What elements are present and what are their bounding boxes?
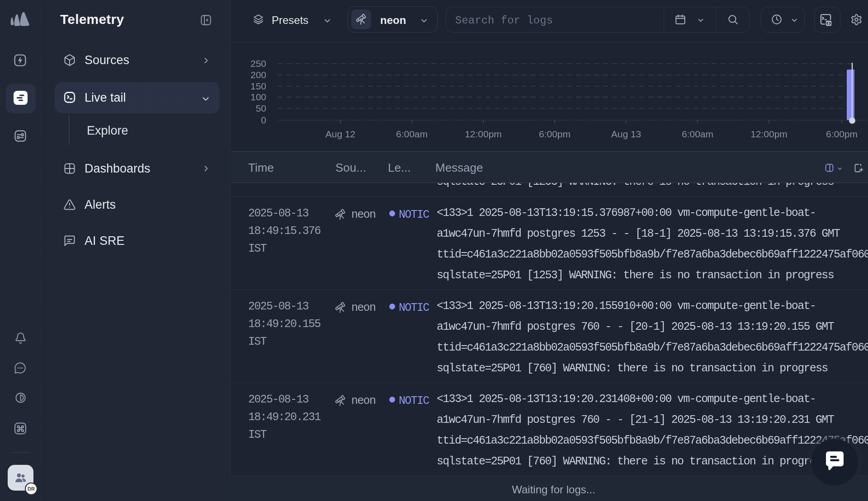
svg-text:150: 150 xyxy=(250,81,266,91)
svg-text:200: 200 xyxy=(250,70,266,80)
svg-text:Aug 13: Aug 13 xyxy=(611,129,642,139)
svg-text:6:00pm: 6:00pm xyxy=(826,129,858,139)
svg-text:0: 0 xyxy=(261,115,266,125)
svg-text:12:00pm: 12:00pm xyxy=(750,129,788,139)
svg-text:250: 250 xyxy=(250,58,266,69)
svg-text:50: 50 xyxy=(256,103,266,113)
svg-text:12:00pm: 12:00pm xyxy=(465,129,502,139)
svg-text:100: 100 xyxy=(250,92,266,102)
svg-text:6:00pm: 6:00pm xyxy=(539,129,571,139)
svg-text:Aug 12: Aug 12 xyxy=(326,129,356,139)
svg-text:6:00am: 6:00am xyxy=(682,129,713,139)
svg-text:6:00am: 6:00am xyxy=(396,129,428,139)
